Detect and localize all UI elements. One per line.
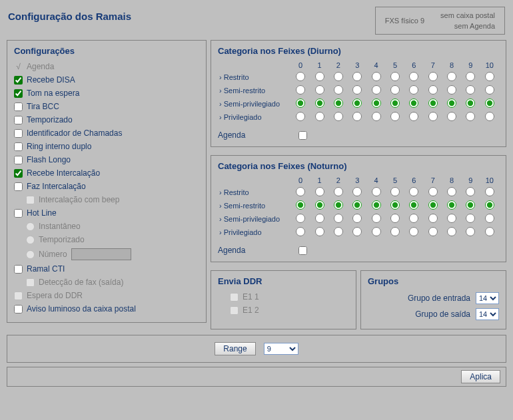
noturno-radio-r3-c6[interactable] (409, 227, 418, 236)
apply-button[interactable]: Aplica (461, 370, 500, 383)
noturno-radio-r2-c9[interactable] (466, 214, 475, 223)
noturno-radio-r1-c9[interactable] (466, 200, 475, 210)
diurno-radio-r3-c3[interactable] (352, 112, 362, 121)
noturno-radio-r2-c7[interactable] (428, 214, 438, 223)
diurno-radio-r2-c10[interactable] (485, 99, 494, 108)
diurno-radio-r0-c4[interactable] (372, 72, 381, 81)
diurno-radio-r1-c7[interactable] (428, 85, 438, 95)
noturno-radio-r2-c3[interactable] (352, 214, 362, 223)
noturno-radio-r3-c1[interactable] (315, 227, 324, 236)
diurno-radio-r0-c0[interactable] (296, 72, 305, 81)
noturno-radio-r3-c9[interactable] (466, 227, 475, 236)
noturno-radio-r0-c1[interactable] (315, 187, 324, 196)
diurno-radio-r1-c6[interactable] (409, 85, 418, 95)
diurno-radio-r3-c10[interactable] (485, 112, 494, 121)
noturno-radio-r0-c7[interactable] (428, 187, 438, 196)
diurno-radio-r3-c5[interactable] (390, 112, 400, 121)
noturno-radio-r0-c2[interactable] (334, 187, 343, 196)
diurno-radio-r2-c7[interactable] (428, 99, 438, 108)
aviso_lum-checkbox[interactable] (14, 305, 23, 314)
noturno-radio-r1-c0[interactable] (296, 200, 305, 210)
diurno-agenda-checkbox[interactable] (298, 131, 307, 140)
noturno-radio-r3-c5[interactable] (390, 227, 400, 236)
noturno-radio-r1-c8[interactable] (447, 200, 456, 210)
noturno-radio-r3-c10[interactable] (485, 227, 494, 236)
diurno-radio-r3-c7[interactable] (428, 112, 438, 121)
diurno-radio-r3-c4[interactable] (372, 112, 381, 121)
noturno-radio-r0-c4[interactable] (372, 187, 381, 196)
diurno-radio-r2-c8[interactable] (447, 99, 456, 108)
noturno-radio-r3-c2[interactable] (334, 227, 343, 236)
diurno-radio-r2-c4[interactable] (372, 99, 381, 108)
diurno-radio-r1-c9[interactable] (466, 85, 475, 95)
diurno-radio-r0-c7[interactable] (428, 72, 438, 81)
diurno-radio-r1-c1[interactable] (315, 85, 324, 95)
identificador-checkbox[interactable] (14, 129, 23, 138)
flash_longo-checkbox[interactable] (14, 156, 23, 164)
diurno-radio-r2-c1[interactable] (315, 99, 324, 108)
recebe_interc-checkbox[interactable] (14, 169, 23, 178)
diurno-radio-r1-c0[interactable] (296, 85, 305, 95)
noturno-radio-r2-c8[interactable] (447, 214, 456, 223)
hotline-checkbox[interactable] (14, 209, 23, 218)
noturno-radio-r0-c5[interactable] (390, 187, 400, 196)
diurno-radio-r1-c5[interactable] (390, 85, 400, 95)
diurno-radio-r2-c6[interactable] (409, 99, 418, 108)
diurno-radio-r3-c0[interactable] (296, 112, 305, 121)
range-button[interactable]: Range (215, 342, 255, 355)
noturno-radio-r2-c4[interactable] (372, 214, 381, 223)
noturno-radio-r1-c5[interactable] (390, 200, 400, 210)
diurno-radio-r2-c3[interactable] (352, 99, 362, 108)
noturno-radio-r3-c0[interactable] (296, 227, 305, 236)
diurno-radio-r0-c2[interactable] (334, 72, 343, 81)
noturno-radio-r0-c0[interactable] (296, 187, 305, 196)
noturno-radio-r3-c4[interactable] (372, 227, 381, 236)
tom_espera-checkbox[interactable] (14, 89, 23, 98)
noturno-radio-r3-c8[interactable] (447, 227, 456, 236)
diurno-radio-r1-c3[interactable] (352, 85, 362, 95)
diurno-radio-r0-c8[interactable] (447, 72, 456, 81)
noturno-radio-r2-c0[interactable] (296, 214, 305, 223)
noturno-radio-r1-c10[interactable] (485, 200, 494, 210)
diurno-radio-r0-c1[interactable] (315, 72, 324, 81)
noturno-radio-r2-c2[interactable] (334, 214, 343, 223)
diurno-radio-r0-c10[interactable] (485, 72, 494, 81)
diurno-radio-r3-c1[interactable] (315, 112, 324, 121)
diurno-radio-r3-c6[interactable] (409, 112, 418, 121)
noturno-radio-r2-c5[interactable] (390, 214, 400, 223)
noturno-radio-r1-c7[interactable] (428, 200, 438, 210)
recebe_disa-checkbox[interactable] (14, 76, 23, 85)
noturno-radio-r2-c1[interactable] (315, 214, 324, 223)
ring_interno-checkbox[interactable] (14, 142, 23, 151)
diurno-radio-r0-c9[interactable] (466, 72, 475, 81)
diurno-radio-r2-c9[interactable] (466, 99, 475, 108)
noturno-radio-r1-c3[interactable] (352, 200, 362, 210)
diurno-radio-r0-c3[interactable] (352, 72, 362, 81)
grupo-entrada-select[interactable]: 12345678910111213141516 (476, 292, 499, 304)
noturno-radio-r2-c10[interactable] (485, 214, 494, 223)
diurno-radio-r2-c2[interactable] (334, 99, 343, 108)
noturno-agenda-checkbox[interactable] (298, 246, 307, 255)
range-select[interactable]: 12345678910111213141516 (264, 343, 298, 355)
diurno-radio-r1-c2[interactable] (334, 85, 343, 95)
noturno-radio-r0-c10[interactable] (485, 187, 494, 196)
diurno-radio-r3-c8[interactable] (447, 112, 456, 121)
noturno-radio-r2-c6[interactable] (409, 214, 418, 223)
faz_interc-checkbox[interactable] (14, 182, 23, 191)
temporizado-checkbox[interactable] (14, 116, 23, 124)
diurno-radio-r3-c9[interactable] (466, 112, 475, 121)
ramal_cti-checkbox[interactable] (14, 265, 23, 274)
diurno-radio-r0-c6[interactable] (409, 72, 418, 81)
diurno-radio-r0-c5[interactable] (390, 72, 400, 81)
noturno-radio-r0-c6[interactable] (409, 187, 418, 196)
diurno-radio-r1-c10[interactable] (485, 85, 494, 95)
diurno-radio-r1-c4[interactable] (372, 85, 381, 95)
diurno-radio-r2-c5[interactable] (390, 99, 400, 108)
noturno-radio-r1-c6[interactable] (409, 200, 418, 210)
diurno-radio-r1-c8[interactable] (447, 85, 456, 95)
diurno-radio-r2-c0[interactable] (296, 99, 305, 108)
noturno-radio-r0-c8[interactable] (447, 187, 456, 196)
noturno-radio-r1-c4[interactable] (372, 200, 381, 210)
noturno-radio-r3-c3[interactable] (352, 227, 362, 236)
grupo-saida-select[interactable]: 12345678910111213141516 (476, 308, 499, 320)
